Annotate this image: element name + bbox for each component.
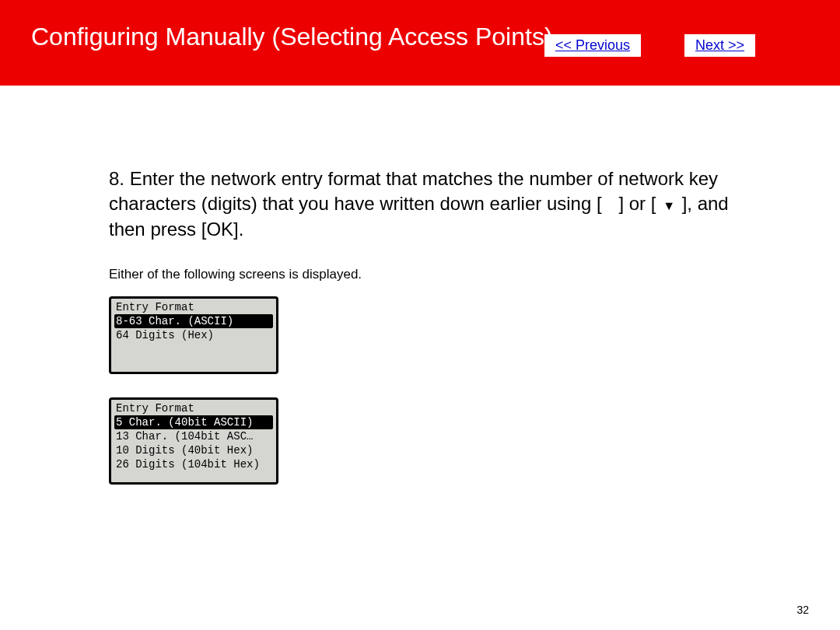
lcd2-title: Entry Format [111,401,276,415]
lcd1-row-0: 8-63 Char. (ASCII) [114,314,273,328]
lcd2-row-1: 13 Char. (104bit ASC… [111,429,276,443]
lcd-screen-1: Entry Format 8-63 Char. (ASCII) 64 Digit… [109,296,278,374]
screens-note: Either of the following screens is displ… [109,267,809,282]
previous-button[interactable]: << Previous [544,34,641,57]
lcd1-row-1: 64 Digits (Hex) [111,328,276,342]
lcd-screen-2: Entry Format 5 Char. (40bit ASCII) 13 Ch… [109,397,278,485]
lcd2-row-3: 26 Digits (104bit Hex) [111,457,276,471]
content-area: 8. Enter the network entry format that m… [0,166,840,485]
step-text-mid1: ] or [ [618,193,656,214]
header-bar: Configuring Manually (Selecting Access P… [0,0,840,86]
down-arrow-icon: ▼ [661,200,677,212]
lcd2-row-0: 5 Char. (40bit ASCII) [114,415,273,429]
step-instruction: 8. Enter the network entry format that m… [109,166,747,242]
next-button[interactable]: Next >> [684,34,755,57]
up-arrow-icon [607,200,613,212]
lcd1-title: Entry Format [111,300,276,314]
lcd2-row-2: 10 Digits (40bit Hex) [111,443,276,457]
page: Configuring Manually (Selecting Access P… [0,0,840,630]
page-number: 32 [796,604,809,616]
